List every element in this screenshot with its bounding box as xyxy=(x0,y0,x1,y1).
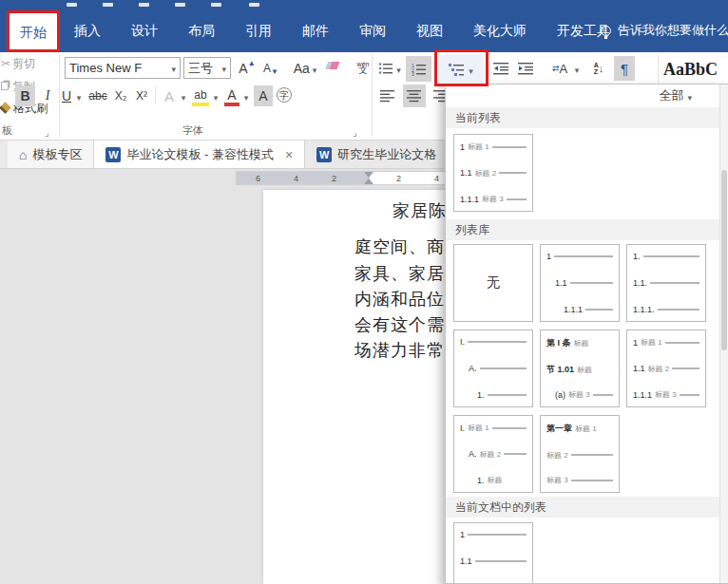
list-thumb-library[interactable]: 1标题 11.1标题 21.1.1标题 3 xyxy=(626,330,706,407)
list-thumb-library[interactable]: 1.1.1.1.1.1. xyxy=(626,244,706,322)
tab-layout[interactable]: 布局 xyxy=(173,9,230,52)
phonetic-guide-button[interactable]: wén文 xyxy=(354,56,373,79)
tab-insert[interactable]: 插入 xyxy=(59,9,116,52)
chevron-down-icon xyxy=(687,89,692,104)
ruler-label: 2 xyxy=(332,174,336,183)
text-effects-dropdown[interactable] xyxy=(179,85,188,106)
enclose-characters-button[interactable]: 字 xyxy=(277,87,292,103)
doc-tab-template-zone[interactable]: ⌂ 模板专区 xyxy=(8,141,94,168)
sort-button[interactable]: AZ ↓ xyxy=(587,57,610,80)
list-thumb-doc[interactable]: 11.11.1.1 xyxy=(453,522,533,584)
increase-indent-button[interactable] xyxy=(515,59,536,78)
title-bar xyxy=(0,0,728,9)
font-color-dropdown[interactable] xyxy=(241,85,251,106)
quick-access-icon[interactable] xyxy=(211,3,221,7)
character-shading-button[interactable]: A xyxy=(254,85,273,106)
font-color-button[interactable]: A xyxy=(222,84,241,106)
italic-button[interactable]: I xyxy=(39,85,56,106)
lightbulb-icon xyxy=(601,26,611,36)
grow-font-button[interactable]: A▲ xyxy=(237,57,258,79)
clipboard-dialog-launcher[interactable]: ⌟ xyxy=(45,127,49,138)
font-color-bar xyxy=(224,103,239,106)
word-doc-icon: W xyxy=(105,147,121,162)
quick-access-icon[interactable] xyxy=(139,3,149,7)
doc-text-line[interactable]: 场潜力非常 xyxy=(354,339,445,362)
change-case-button[interactable]: Aa xyxy=(289,57,321,79)
tab-review[interactable]: 审阅 xyxy=(344,9,401,52)
chevron-down-icon xyxy=(77,88,82,104)
horizontal-ruler[interactable]: 6 4 2 2 4 xyxy=(236,171,449,185)
tab-view[interactable]: 视图 xyxy=(401,9,458,52)
word-doc-icon: W xyxy=(316,147,332,162)
shrink-font-button[interactable]: A▼ xyxy=(260,57,281,79)
scrollbar-thumb[interactable] xyxy=(721,170,727,350)
tab-references[interactable]: 引用 xyxy=(230,9,287,52)
tab-beautify[interactable]: 美化大师 xyxy=(458,9,542,52)
numbered-list-button[interactable]: 123 xyxy=(406,56,431,82)
decrease-indent-button[interactable] xyxy=(490,59,511,78)
highlight-button[interactable]: ab xyxy=(190,84,211,106)
bullet-list-dropdown[interactable] xyxy=(394,59,403,78)
show-hide-marks-button[interactable]: ¶ xyxy=(614,56,635,81)
ruler-label: 4 xyxy=(294,174,298,183)
underline-button[interactable]: U xyxy=(58,85,75,106)
font-group-label: 字体 xyxy=(182,123,203,138)
hanging-indent-marker[interactable] xyxy=(364,179,374,184)
underline-dropdown[interactable] xyxy=(74,85,84,106)
font-dialog-launcher[interactable]: ⌟ xyxy=(353,127,357,138)
superscript-button[interactable]: X² xyxy=(131,85,152,106)
tab-design[interactable]: 设计 xyxy=(116,9,173,52)
quick-access-icon[interactable] xyxy=(249,3,259,7)
text-effects-button[interactable]: A xyxy=(160,85,179,106)
tell-me-box[interactable]: 告诉我你想要做什么 xyxy=(601,9,728,52)
doc-text-line[interactable]: 内涵和品位 xyxy=(354,288,445,311)
doc-text-line[interactable]: 家居陈 xyxy=(393,199,447,222)
align-left-button[interactable] xyxy=(376,85,399,107)
list-thumb-library[interactable]: I.A.1. xyxy=(453,330,533,407)
tab-mailings[interactable]: 邮件 xyxy=(287,9,344,52)
cut-button[interactable]: ✂剪切 xyxy=(1,56,35,72)
align-center-button[interactable] xyxy=(403,85,426,107)
eraser-icon xyxy=(326,62,340,69)
list-thumb-library[interactable]: 第 I 条标题节 1.01标题(a)标题 3 xyxy=(540,330,620,407)
quick-access-icon[interactable] xyxy=(175,3,185,7)
multilevel-list-button[interactable] xyxy=(438,55,484,84)
font-size-combo[interactable]: 三号 xyxy=(183,57,231,79)
divider xyxy=(155,86,156,104)
doc-text-line[interactable]: 庭空间、商 xyxy=(354,235,445,258)
section-header-doc-lists: 当前文档中的列表 xyxy=(446,497,720,518)
tab-home[interactable]: 开始 xyxy=(8,13,59,52)
doc-tab-thesis-template[interactable]: W 毕业论文模板 - 兼容性模式 × xyxy=(94,141,305,168)
list-filter-dropdown[interactable]: 全部 xyxy=(659,87,692,104)
doc-tab-grad-thesis[interactable]: W 研究生毕业论文格 xyxy=(305,141,449,168)
highlight-dropdown[interactable] xyxy=(211,85,220,106)
bullet-list-button[interactable] xyxy=(377,59,394,78)
section-header-list-library: 列表库 xyxy=(446,219,720,240)
list-thumb-library[interactable]: 第一章标题 1标题 2标题 3 xyxy=(540,415,620,493)
ruler-label: 4 xyxy=(434,174,439,183)
panel-scrollbar[interactable] xyxy=(719,85,728,583)
chevron-down-icon xyxy=(221,61,226,75)
list-thumb-current[interactable]: 1标题 11.1标题 21.1.1标题 3 xyxy=(453,134,533,212)
list-thumb-none[interactable]: 无 xyxy=(453,244,533,322)
close-icon[interactable]: × xyxy=(285,147,293,162)
strikethrough-button[interactable]: abc xyxy=(86,85,110,106)
list-thumb-library[interactable]: 11.11.1.1 xyxy=(540,244,620,322)
asian-layout-button[interactable]: ⇄A xyxy=(547,57,572,80)
style-gallery-item[interactable]: AaBbC xyxy=(663,60,718,80)
doc-text-line[interactable]: 家具、家居 xyxy=(354,262,445,285)
list-thumb-library[interactable]: I.标题 1A.标题 21.标题 xyxy=(453,415,533,493)
font-name-combo[interactable]: Times New F xyxy=(65,57,181,79)
quick-access-icon[interactable] xyxy=(67,3,77,7)
first-line-indent-marker[interactable] xyxy=(364,172,374,178)
copy-icon xyxy=(1,82,9,90)
doc-text-line[interactable]: 会有这个需 xyxy=(354,313,445,336)
quick-access-icon[interactable] xyxy=(103,3,113,7)
highlight-color-bar xyxy=(192,103,209,106)
clipboard-group-label: 板 xyxy=(2,123,12,138)
asian-layout-dropdown[interactable] xyxy=(572,57,582,80)
bold-button[interactable]: B xyxy=(15,85,35,106)
clear-formatting-button[interactable] xyxy=(327,62,338,69)
ruler-label: 2 xyxy=(396,174,401,183)
subscript-button[interactable]: X₂ xyxy=(110,85,131,106)
